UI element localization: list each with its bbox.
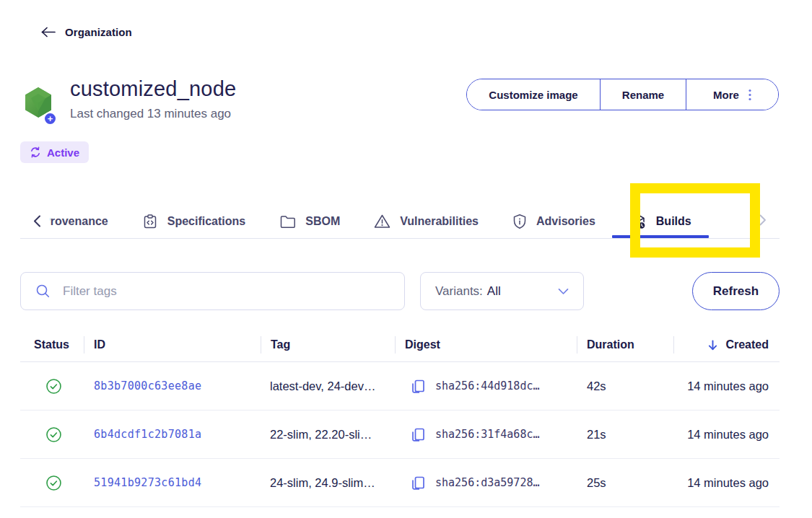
refresh-button[interactable]: Refresh [692, 272, 780, 310]
status-badge: Active [20, 141, 89, 163]
build-created-cell: 14 minutes ago [673, 428, 780, 442]
variants-label: Variants: [435, 284, 483, 299]
build-id-link[interactable]: 51941b9273c61bd4 [84, 476, 261, 489]
rename-label: Rename [622, 89, 664, 101]
column-header-id[interactable]: ID [84, 338, 261, 351]
tab-vulnerabilities-label: Vulnerabilities [400, 215, 479, 228]
shield-info-icon [512, 214, 527, 229]
tab-sbom-label: SBOM [305, 215, 340, 228]
more-button[interactable]: More [686, 79, 778, 110]
rename-button[interactable]: Rename [600, 79, 686, 110]
customize-image-button[interactable]: Customize image [467, 79, 600, 110]
table-row: 8b3b7000c63ee8ae latest-dev, 24-dev… sha… [20, 362, 780, 411]
column-header-digest[interactable]: Digest [395, 338, 577, 351]
tab-builds-label: Builds [656, 215, 691, 228]
variants-dropdown[interactable]: Variants: All [420, 272, 584, 310]
build-status-cell [20, 379, 84, 394]
tab-sbom[interactable]: SBOM [279, 204, 340, 238]
sort-desc-arrow-icon [707, 339, 719, 351]
package-clock-icon [629, 213, 647, 230]
build-id-link[interactable]: 8b3b7000c63ee8ae [84, 379, 261, 392]
back-link-organization[interactable]: Organization [65, 26, 132, 38]
copy-icon[interactable] [410, 475, 426, 491]
more-label: More [713, 89, 739, 101]
build-digest-cell: sha256:44d918dc… [395, 378, 577, 394]
table-row: 51941b9273c61bd4 24-slim, 24.9-slim… sha… [20, 459, 780, 507]
sync-icon [30, 146, 41, 158]
tab-provenance-label: Provenance [50, 215, 108, 228]
build-created-cell: 14 minutes ago [673, 476, 780, 490]
build-created-cell: 14 minutes ago [673, 379, 780, 393]
variants-value: All [487, 284, 501, 299]
tab-vulnerabilities[interactable]: Vulnerabilities [374, 204, 479, 238]
build-tag-cell: latest-dev, 24-dev… [261, 379, 395, 393]
action-button-group: Customize image Rename More [466, 79, 779, 110]
digest-text: sha256:d3a59728… [435, 476, 540, 489]
breadcrumb: Organization [41, 26, 132, 38]
last-changed-text: Last changed 13 minutes ago [70, 107, 236, 121]
digest-text: sha256:31f4a68c… [435, 428, 540, 441]
build-tag-cell: 22-slim, 22.20-sli… [261, 428, 395, 442]
build-id-link[interactable]: 6b4dcdf1c2b7081a [84, 428, 261, 441]
build-digest-cell: sha256:31f4a68c… [395, 426, 577, 442]
column-header-status[interactable]: Status [20, 338, 84, 351]
check-circle-icon [46, 427, 61, 442]
tab-specifications-label: Specifications [167, 215, 245, 228]
image-logo: + [24, 87, 64, 128]
kebab-menu-icon [748, 89, 751, 101]
check-circle-icon [46, 475, 61, 491]
back-arrow-icon[interactable] [41, 27, 56, 38]
image-detail-page: Organization + customized_node Last chan… [0, 0, 812, 518]
tab-scroll-left-icon[interactable] [33, 215, 41, 227]
chevron-down-icon [558, 288, 569, 295]
filter-row: Variants: All Refresh [20, 272, 780, 310]
clipboard-code-icon [142, 214, 158, 229]
tab-advisories[interactable]: Advisories [512, 204, 595, 238]
build-duration-cell: 25s [577, 476, 673, 490]
builds-table: Status ID Tag Digest Duration Created [20, 328, 780, 507]
build-status-cell [20, 475, 84, 491]
plus-badge-icon: + [43, 112, 57, 126]
column-header-created[interactable]: Created [673, 338, 780, 351]
status-badge-label: Active [47, 146, 79, 159]
tab-scroll-right-icon[interactable] [759, 214, 767, 226]
check-circle-icon [46, 379, 61, 394]
build-status-cell [20, 427, 84, 442]
table-row: 6b4dcdf1c2b7081a 22-slim, 22.20-sli… sha… [20, 411, 780, 459]
copy-icon[interactable] [410, 378, 426, 394]
warning-triangle-icon [374, 214, 390, 229]
tab-provenance[interactable]: Provenance [50, 204, 108, 238]
created-header-label: Created [725, 338, 769, 351]
build-duration-cell: 42s [577, 379, 673, 393]
customize-image-label: Customize image [489, 89, 577, 101]
build-digest-cell: sha256:d3a59728… [395, 475, 577, 491]
search-icon [35, 284, 51, 299]
column-header-tag[interactable]: Tag [261, 338, 395, 351]
filter-tags-search [20, 272, 405, 310]
digest-text: sha256:44d918dc… [435, 379, 540, 392]
tab-builds[interactable]: Builds [629, 204, 691, 238]
tab-specifications[interactable]: Specifications [142, 204, 245, 238]
folder-icon [279, 214, 296, 229]
tab-advisories-label: Advisories [536, 215, 595, 228]
tab-bar: Provenance Specifications SBOM [20, 204, 780, 239]
table-header-row: Status ID Tag Digest Duration Created [20, 328, 780, 362]
page-title: customized_node [70, 77, 236, 101]
title-block: customized_node Last changed 13 minutes … [70, 77, 236, 121]
build-tag-cell: 24-slim, 24.9-slim… [261, 476, 395, 490]
copy-icon[interactable] [410, 426, 426, 442]
column-header-duration[interactable]: Duration [577, 338, 673, 351]
build-duration-cell: 21s [577, 428, 673, 442]
search-input[interactable] [63, 284, 390, 299]
